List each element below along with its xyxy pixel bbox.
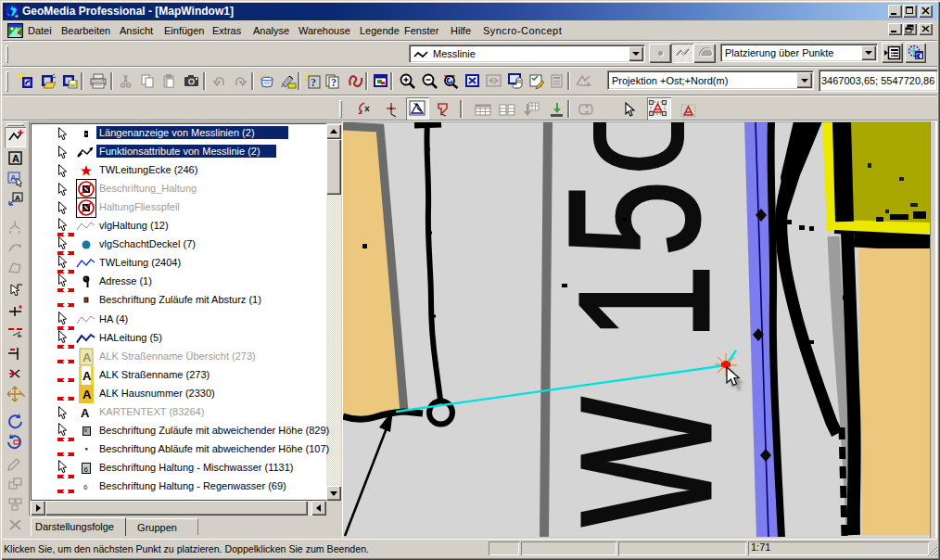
svg-text:?: ? [311,76,316,89]
svg-text:A: A [83,369,92,383]
svg-text:A: A [81,406,90,420]
svg-text:A: A [10,173,17,183]
svg-text:A: A [12,153,19,164]
svg-text:6: 6 [83,483,88,491]
svg-text:A: A [83,350,92,364]
svg-text:A: A [15,194,20,202]
svg-text:?: ? [331,76,337,89]
svg-text:6: 6 [84,465,89,474]
svg-text:A: A [83,388,92,401]
